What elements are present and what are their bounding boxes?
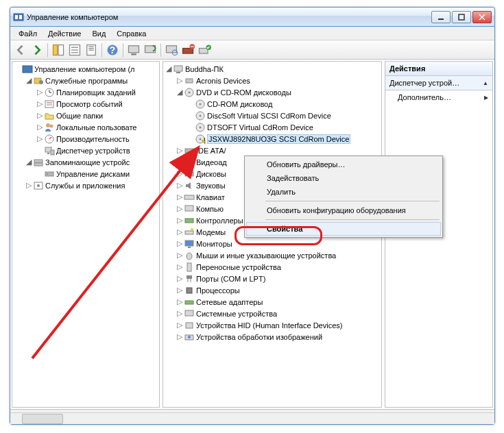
svg-rect-16 [129,45,139,52]
tree-root[interactable]: Управление компьютером (л [14,63,158,75]
menu-view[interactable]: Вид [86,28,111,39]
svg-point-36 [50,124,53,127]
svg-rect-70 [188,247,191,248]
svg-rect-42 [34,163,43,166]
device-discsoft[interactable]: DiscSoft Virtual SCSI CdRom Device [165,110,380,121]
show-hide-button[interactable] [51,42,66,58]
svg-rect-43 [45,172,53,176]
device-ide[interactable]: ▷IDE ATA/ [165,145,380,156]
svg-rect-21 [183,48,193,53]
device-monitors[interactable]: ▷Мониторы [165,238,380,249]
menu-action[interactable]: Действие [43,28,86,39]
export-button[interactable] [84,42,99,58]
device-hid[interactable]: ▷Устройства HID (Human Interface Devices… [165,319,380,331]
svg-point-46 [37,184,40,187]
enable-button[interactable] [197,42,212,58]
tree-event-viewer[interactable]: ▷Просмотр событий [14,98,158,110]
chevron-right-icon: ▶ [484,95,488,101]
device-dvd-category[interactable]: ◢DVD и CD-ROM дисководы [165,86,380,98]
tree-system-tools[interactable]: ◢Служебные программы [14,75,158,86]
window-title: Управление компьютером [27,13,431,21]
ctx-enable[interactable]: Задействовать [246,171,441,185]
device-dtsoft[interactable]: DTSOFT Virtual CdRom Device [165,121,380,133]
svg-rect-66 [185,219,193,223]
svg-rect-63 [185,172,193,176]
ctx-scan-hardware[interactable]: Обновить конфигурацию оборудования [246,203,441,217]
help-button[interactable]: ? [105,42,120,58]
svg-rect-73 [187,275,192,279]
ctx-delete[interactable]: Удалить [246,185,441,199]
tree-performance[interactable]: ▷Производительность [14,133,158,145]
menu-help[interactable]: Справка [111,28,152,39]
device-imaging[interactable]: ▷Устройства обработки изображений [165,331,380,343]
svg-rect-64 [184,195,194,199]
svg-rect-79 [186,323,193,328]
device-cdrom[interactable]: CD-ROM дисковод [165,98,380,110]
svg-rect-19 [167,45,177,52]
svg-rect-78 [185,310,193,316]
svg-rect-24 [200,48,208,53]
actions-more[interactable]: Дополнитель…▶ [385,90,492,104]
svg-rect-67 [185,231,193,234]
back-button[interactable] [13,42,28,58]
svg-rect-49 [186,79,193,83]
tree-device-manager[interactable]: Диспетчер устройств [14,145,158,156]
svg-text:?: ? [110,45,115,55]
device-acronis[interactable]: ▷Acronis Devices [165,75,380,86]
ctx-update-drivers[interactable]: Обновить драйверы… [246,158,441,171]
actions-section[interactable]: Диспетчер устрой…▲ [385,76,492,90]
svg-rect-26 [23,66,32,73]
svg-rect-40 [51,150,54,155]
tree-task-scheduler[interactable]: ▷Планировщик заданий [14,86,158,98]
svg-point-55 [200,114,202,116]
tree-services[interactable]: ▷Службы и приложения [14,180,158,191]
svg-rect-72 [187,263,191,271]
svg-rect-47 [174,66,182,71]
svg-rect-62 [185,160,193,165]
computer-icon[interactable] [126,42,141,58]
tree-storage[interactable]: ◢Запоминающие устройс [14,156,158,168]
close-button[interactable] [472,11,492,23]
svg-rect-39 [47,153,49,154]
ctx-separator [265,201,440,201]
svg-point-71 [187,253,192,260]
svg-rect-32 [45,101,53,108]
svg-point-57 [200,126,202,128]
device-network[interactable]: ▷Сетевые адаптеры [165,296,380,308]
svg-rect-4 [459,14,464,20]
device-processors[interactable]: ▷Процессоры [165,284,380,296]
tree-disk-management[interactable]: Управление дисками [14,168,158,180]
menu-file[interactable]: Файл [13,28,43,39]
svg-point-44 [47,173,48,175]
tree-local-users[interactable]: ▷Локальные пользовате [14,121,158,133]
maximize-button[interactable] [452,11,471,23]
actions-header: Действия [385,62,492,76]
device-root[interactable]: ◢Buddha-ПК [165,63,380,75]
properties-button[interactable] [67,42,82,58]
toolbar: ? [10,40,494,60]
svg-point-53 [200,103,202,105]
device-ports[interactable]: ▷Порты (COM и LPT) [165,273,380,284]
svg-point-35 [46,123,50,127]
minimize-button[interactable] [431,11,451,23]
svg-rect-76 [187,288,192,293]
collapse-icon: ▲ [483,80,488,86]
titlebar[interactable]: Управление компьютером [10,8,494,27]
svg-rect-7 [53,45,58,55]
device-system[interactable]: ▷Системные устройства [165,308,380,319]
uninstall-button[interactable] [180,42,195,58]
device-portable[interactable]: ▷Переносные устройства [165,261,380,273]
svg-rect-1 [15,15,18,19]
tree-shared-folders[interactable]: ▷Общие папки [14,110,158,121]
ctx-properties[interactable]: Свойства [246,222,441,236]
svg-rect-8 [58,45,64,55]
scan-button[interactable] [164,42,179,58]
forward-button[interactable] [29,42,45,58]
svg-point-28 [39,80,43,84]
left-pane[interactable]: Управление компьютером (л ◢Служебные про… [12,61,160,408]
svg-rect-77 [185,301,193,304]
refresh-button[interactable] [143,42,158,58]
svg-rect-17 [131,53,136,55]
device-jsxw-selected[interactable]: !JSXWJ892N8UO3G SCSI CdRom Device [165,133,380,145]
device-mice[interactable]: ▷Мыши и иные указывающие устройства [165,249,380,261]
